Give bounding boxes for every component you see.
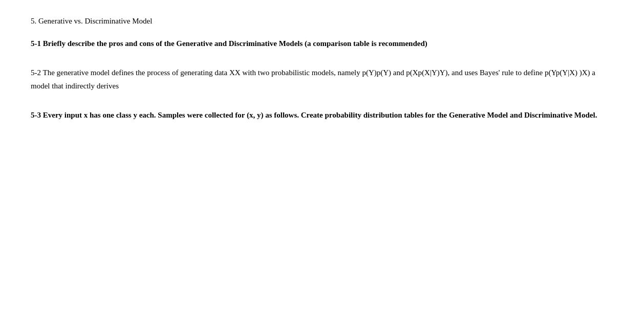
question-3-label: 5-3 <box>31 111 41 119</box>
question-3-text: 5-3 Every input x has one class y each. … <box>31 109 613 122</box>
section-title: 5. Generative vs. Discriminative Model <box>31 15 613 27</box>
question-3-block: 5-3 Every input x has one class y each. … <box>31 109 613 122</box>
question-2-text: 5-2 The generative model defines the pro… <box>31 66 613 93</box>
question-2-label: 5-2 <box>31 68 41 77</box>
question-1-label: 5-1 <box>31 39 41 48</box>
question-2-block: 5-2 The generative model defines the pro… <box>31 66 613 93</box>
section-header: 5. Generative vs. Discriminative Model <box>31 15 613 27</box>
question-1-body: Briefly describe the pros and cons of th… <box>43 39 427 48</box>
question-2-body: The generative model defines the process… <box>31 68 595 90</box>
question-3-body: Every input x has one class y each. Samp… <box>43 111 597 119</box>
question-1-text: 5-1 Briefly describe the pros and cons o… <box>31 37 613 51</box>
question-1-block: 5-1 Briefly describe the pros and cons o… <box>31 37 613 51</box>
